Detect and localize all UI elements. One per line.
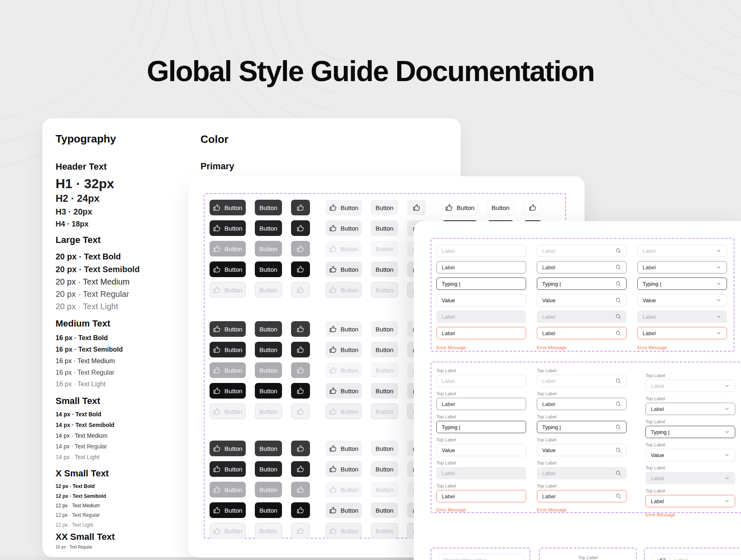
button-primary-default-icon-label[interactable]: Button: [210, 200, 246, 215]
button-primary-inactive-icon-label[interactable]: Button: [210, 241, 246, 257]
select-input-disabled[interactable]: Label: [637, 310, 727, 323]
text-input-value[interactable]: Value: [436, 444, 526, 456]
select-input-placeholder[interactable]: Label: [645, 380, 735, 392]
button-primary-hover-icon-label[interactable]: Button: [210, 342, 246, 357]
select-input-disabled[interactable]: Label: [645, 472, 735, 484]
button-tertiary-default-icon[interactable]: [523, 200, 542, 215]
placeholder-value-input[interactable]: Placeholder Value: [438, 554, 524, 560]
button-secondary-pressed-label[interactable]: Button: [371, 383, 398, 399]
text-input-placeholder[interactable]: Label: [436, 375, 526, 387]
select-input-placeholder[interactable]: Label: [637, 245, 727, 257]
search-input-value[interactable]: Value: [537, 294, 627, 306]
text-input-disabled[interactable]: Label: [436, 310, 526, 323]
text-input-value[interactable]: Value: [436, 294, 526, 306]
button-primary-hover-icon-label[interactable]: Button: [210, 461, 246, 477]
text-input-typing[interactable]: Typing |: [436, 278, 526, 290]
button-primary-hover-label[interactable]: Button: [255, 220, 282, 236]
button-primary-hover-icon[interactable]: [291, 220, 310, 236]
button-secondary-default-label[interactable]: Button: [371, 321, 398, 337]
text-input-filled[interactable]: Label: [436, 261, 526, 273]
search-input-placeholder[interactable]: Label: [537, 375, 627, 387]
button-primary-default-label[interactable]: Button: [255, 441, 282, 456]
button-secondary-inactive-label[interactable]: Button: [371, 241, 398, 257]
button-primary-disabled-label[interactable]: Button: [255, 523, 282, 539]
button-primary-inactive-icon-label[interactable]: Button: [210, 482, 246, 497]
button-secondary-default-icon-label[interactable]: Button: [326, 441, 362, 456]
search-input-disabled[interactable]: Label: [537, 467, 627, 479]
button-primary-disabled-icon-label[interactable]: Button: [210, 523, 246, 539]
select-input-typing[interactable]: Typing |: [645, 426, 735, 438]
button-primary-disabled-icon[interactable]: [291, 404, 310, 419]
button-secondary-default-icon[interactable]: [407, 200, 426, 215]
button-primary-default-icon[interactable]: [291, 321, 310, 337]
button-secondary-default-label[interactable]: Button: [371, 441, 398, 456]
text-input-typing[interactable]: Typing |: [436, 421, 526, 433]
button-primary-pressed-label[interactable]: Button: [255, 261, 282, 277]
button-secondary-disabled-label[interactable]: Button: [371, 404, 398, 419]
button-tertiary-default-icon-label[interactable]: Button: [442, 200, 478, 215]
select-input-error[interactable]: Label: [637, 327, 727, 339]
search-input-filled[interactable]: Label: [537, 261, 627, 273]
button-primary-pressed-label[interactable]: Button: [255, 502, 282, 518]
button-primary-disabled-icon[interactable]: [291, 282, 310, 298]
button-secondary-disabled-icon-label[interactable]: Button: [326, 523, 362, 539]
button-primary-default-icon-label[interactable]: Button: [210, 441, 246, 456]
button-primary-disabled-label[interactable]: Button: [255, 404, 282, 419]
button-primary-default-label[interactable]: Button: [255, 321, 282, 337]
text-input-error[interactable]: Label: [436, 490, 526, 502]
button-primary-pressed-icon-label[interactable]: Button: [210, 383, 246, 399]
button-secondary-inactive-icon-label[interactable]: Button: [326, 482, 362, 497]
search-input-typing[interactable]: Typing |: [537, 278, 627, 290]
button-primary-hover-label[interactable]: Button: [255, 342, 282, 357]
button-secondary-disabled-icon-label[interactable]: Button: [326, 282, 362, 298]
button-primary-hover-icon[interactable]: [291, 342, 310, 357]
button-primary-hover-label[interactable]: Button: [255, 461, 282, 477]
text-input-placeholder[interactable]: Label: [436, 245, 526, 257]
select-input-value[interactable]: Value: [637, 294, 727, 306]
select-input-error[interactable]: Label: [645, 495, 735, 507]
text-input-error[interactable]: Label: [436, 327, 526, 339]
search-input-placeholder[interactable]: Label: [537, 245, 627, 257]
button-primary-inactive-label[interactable]: Button: [255, 241, 282, 257]
button-primary-default-icon-label[interactable]: Button: [210, 321, 246, 337]
button-secondary-default-label[interactable]: Button: [371, 200, 398, 215]
button-primary-hover-icon[interactable]: [291, 461, 310, 477]
button-secondary-pressed-icon-label[interactable]: Button: [326, 261, 362, 277]
button-secondary-pressed-icon-label[interactable]: Button: [326, 502, 362, 518]
button-primary-disabled-icon-label[interactable]: Button: [210, 282, 246, 298]
button-primary-inactive-label[interactable]: Button: [255, 362, 282, 378]
button-secondary-hover-label[interactable]: Button: [371, 220, 398, 236]
button-secondary-default-icon-label[interactable]: Button: [326, 200, 362, 215]
button-primary-pressed-icon-label[interactable]: Button: [210, 502, 246, 518]
button-primary-default-label[interactable]: Button: [255, 200, 282, 215]
button-secondary-hover-icon-label[interactable]: Button: [326, 342, 362, 357]
button-primary-disabled-icon-label[interactable]: Button: [210, 404, 246, 419]
button-secondary-pressed-label[interactable]: Button: [371, 502, 398, 518]
text-input-disabled[interactable]: Label: [436, 467, 526, 479]
search-input-value[interactable]: Value: [537, 444, 627, 456]
button-primary-disabled-icon[interactable]: [291, 523, 310, 539]
button-primary-hover-icon-label[interactable]: Button: [210, 220, 246, 236]
search-input-filled[interactable]: Label: [537, 398, 627, 410]
button-primary-pressed-label[interactable]: Button: [255, 383, 282, 399]
button-primary-default-icon[interactable]: [291, 200, 310, 215]
button-primary-pressed-icon[interactable]: [291, 261, 310, 277]
button-secondary-hover-icon-label[interactable]: Button: [326, 220, 362, 236]
button-secondary-inactive-icon-label[interactable]: Button: [326, 362, 362, 378]
button-secondary-inactive-label[interactable]: Button: [371, 482, 398, 497]
button-secondary-pressed-label[interactable]: Button: [371, 261, 398, 277]
search-input-disabled[interactable]: Label: [537, 310, 627, 323]
button-primary-pressed-icon-label[interactable]: Button: [210, 261, 246, 277]
button-secondary-disabled-icon-label[interactable]: Button: [326, 404, 362, 419]
search-input-error[interactable]: Label: [537, 490, 627, 502]
button-secondary-hover-label[interactable]: Button: [371, 342, 398, 357]
button-secondary-pressed-icon-label[interactable]: Button: [326, 383, 362, 399]
button-primary-inactive-icon[interactable]: [291, 482, 310, 497]
select-input-value[interactable]: Value: [645, 449, 735, 461]
button-primary-inactive-label[interactable]: Button: [255, 482, 282, 497]
button-primary-disabled-label[interactable]: Button: [255, 282, 282, 298]
button-primary-inactive-icon-label[interactable]: Button: [210, 362, 246, 378]
button-secondary-hover-label[interactable]: Button: [371, 461, 398, 477]
button-primary-default-icon[interactable]: [291, 441, 310, 456]
text-input-filled[interactable]: Label: [436, 398, 526, 410]
